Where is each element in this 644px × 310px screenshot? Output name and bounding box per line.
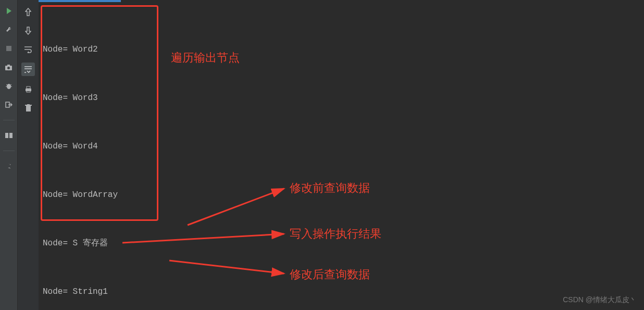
left-toolbar: [0, 0, 18, 310]
svg-rect-14: [27, 91, 30, 92]
svg-rect-17: [27, 104, 30, 105]
svg-rect-2: [7, 65, 10, 66]
svg-point-3: [7, 67, 10, 69]
arrow-up-icon[interactable]: [22, 6, 34, 18]
scroll-to-end-icon[interactable]: [21, 63, 35, 76]
console-line: Node= Word2: [43, 42, 637, 58]
console-line: Node= Word3: [43, 90, 637, 106]
svg-rect-0: [6, 46, 11, 51]
exit-icon[interactable]: [4, 100, 14, 109]
console-line: Node= WordArray: [43, 187, 637, 203]
layout-icon[interactable]: [4, 131, 14, 140]
separator: [3, 151, 15, 151]
svg-point-4: [7, 84, 11, 89]
debug-bug-icon[interactable]: [4, 81, 14, 91]
camera-icon[interactable]: [4, 63, 14, 72]
svg-rect-13: [27, 86, 30, 89]
svg-rect-10: [5, 133, 8, 138]
stop-icon[interactable]: [4, 44, 14, 53]
console-line: Node= Word4: [43, 139, 637, 155]
trash-icon[interactable]: [22, 102, 34, 114]
print-icon[interactable]: [22, 83, 34, 95]
pin-icon[interactable]: [4, 162, 14, 171]
console-line: Node= S 寄存器: [43, 235, 637, 252]
active-tab-indicator: [25, 0, 121, 2]
separator: [3, 120, 15, 120]
wrench-icon[interactable]: [4, 25, 14, 34]
console-line: Node= String1: [43, 284, 637, 300]
run-icon[interactable]: [4, 6, 14, 16]
console-output: Node= Word2 Node= Word3 Node= Word4 Node…: [43, 9, 637, 301]
arrow-down-icon[interactable]: [22, 25, 34, 36]
soft-wrap-icon[interactable]: [22, 44, 34, 55]
svg-rect-11: [9, 133, 13, 138]
console-toolbar: [18, 0, 39, 310]
svg-rect-15: [26, 106, 31, 111]
